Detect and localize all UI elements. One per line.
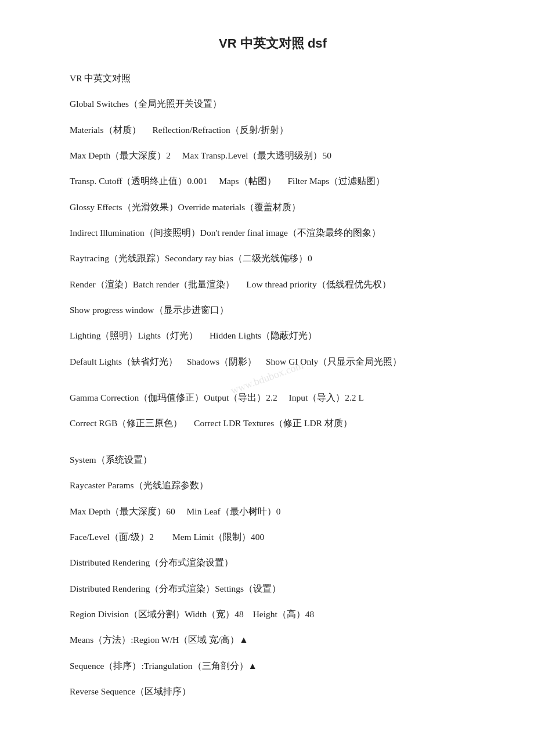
content-line-line20: Distributed Rendering（分布式渲染）Settings（设置） bbox=[70, 581, 476, 596]
content-line-line17: Max Depth（最大深度）60 Min Leaf（最小树叶）0 bbox=[70, 504, 476, 519]
content-line-line7: Indirect Illumination（间接照明）Don't render … bbox=[70, 225, 476, 240]
content-line-line5: Transp. Cutoff（透明终止值）0.001 Maps（帖图） Filt… bbox=[70, 174, 476, 189]
content-line-line21: Region Division（区域分割）Width（宽）48 Height（高… bbox=[70, 607, 476, 622]
content-line-line2: Global Switches（全局光照开关设置） bbox=[70, 96, 476, 111]
content-line-line10: Show progress window（显示步进窗口） bbox=[70, 303, 476, 318]
content-line-line18: Face/Level（面/级）2 Mem Limit（限制）400 bbox=[70, 530, 476, 545]
content-line-line8: Raytracing（光线跟踪）Secondary ray bias（二级光线偏… bbox=[70, 251, 476, 266]
content-line-line12: Default Lights（缺省灯光） Shadows（阴影） Show GI… bbox=[70, 354, 476, 369]
content-line-line13: Gamma Correction（伽玛值修正）Output（导出）2.2 Inp… bbox=[70, 390, 476, 405]
content-line-line9: Render（渲染）Batch render（批量渲染） Low thread … bbox=[70, 277, 476, 292]
content-line-line3: Materials（材质） Reflection/Refraction（反射/折… bbox=[70, 123, 476, 138]
content-line-line15: System（系统设置） bbox=[70, 452, 476, 467]
content-line-line6: Glossy Effects（光滑效果）Override materials（覆… bbox=[70, 200, 476, 215]
content-line-line11: Lighting（照明）Lights（灯光） Hidden Lights（隐蔽灯… bbox=[70, 328, 476, 343]
content-line-line1: VR 中英文对照 bbox=[70, 71, 476, 86]
spacer-15 bbox=[70, 442, 476, 452]
content-line-line23: Sequence（排序）:Triangulation（三角剖分）▲ bbox=[70, 658, 476, 674]
content-line-line22: Means（方法）:Region W/H（区域 宽/高）▲ bbox=[70, 632, 476, 647]
content-line-line24: Reverse Sequence（区域排序） bbox=[70, 684, 476, 699]
content-line-line14: Correct RGB（修正三原色） Correct LDR Textures（… bbox=[70, 416, 476, 431]
content-line-line16: Raycaster Params（光线追踪参数） bbox=[70, 478, 476, 493]
spacer-12 bbox=[70, 380, 476, 390]
content-line-line4: Max Depth（最大深度）2 Max Transp.Level（最大透明级别… bbox=[70, 148, 476, 163]
page-title: VR 中英文对照 dsf bbox=[70, 35, 476, 52]
content-line-line19: Distributed Rendering（分布式渲染设置） bbox=[70, 555, 476, 570]
